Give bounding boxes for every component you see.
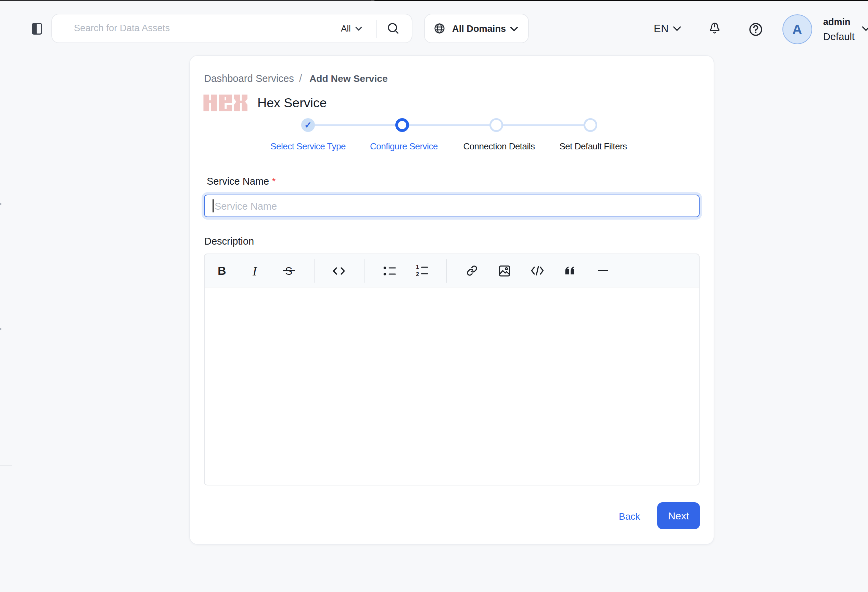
svg-text:1: 1 <box>416 265 419 270</box>
svg-text:2: 2 <box>416 271 419 277</box>
